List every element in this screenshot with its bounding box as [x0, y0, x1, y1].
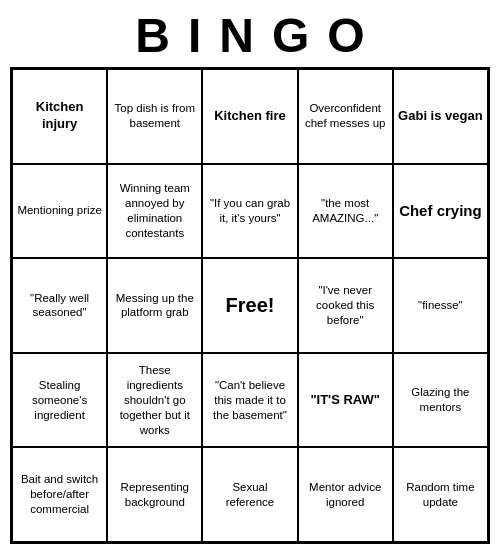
- bingo-cell-r4c0[interactable]: Bait and switch before/after commercial: [12, 447, 107, 542]
- title-text: BINGO: [117, 8, 382, 63]
- bingo-cell-r3c2[interactable]: "Can't believe this made it to the basem…: [202, 353, 297, 448]
- bingo-cell-r3c3[interactable]: "IT'S RAW": [298, 353, 393, 448]
- bingo-cell-r4c4[interactable]: Random time update: [393, 447, 488, 542]
- bingo-cell-r3c1[interactable]: These ingredients shouldn't go together …: [107, 353, 202, 448]
- bingo-cell-r2c3[interactable]: "I've never cooked this before": [298, 258, 393, 353]
- bingo-grid: Kitchen injuryTop dish is from basementK…: [10, 67, 490, 544]
- bingo-cell-r2c0[interactable]: "Really well seasoned": [12, 258, 107, 353]
- bingo-cell-r0c3[interactable]: Overconfident chef messes up: [298, 69, 393, 164]
- bingo-cell-r1c1[interactable]: Winning team annoyed by elimination cont…: [107, 164, 202, 259]
- bingo-cell-r2c2[interactable]: Free!: [202, 258, 297, 353]
- bingo-cell-r4c3[interactable]: Mentor advice ignored: [298, 447, 393, 542]
- bingo-cell-r1c2[interactable]: "If you can grab it, it's yours": [202, 164, 297, 259]
- bingo-cell-r4c1[interactable]: Representing background: [107, 447, 202, 542]
- bingo-cell-r2c4[interactable]: "finesse": [393, 258, 488, 353]
- bingo-cell-r0c2[interactable]: Kitchen fire: [202, 69, 297, 164]
- bingo-cell-r3c0[interactable]: Stealing someone's ingredient: [12, 353, 107, 448]
- bingo-cell-r1c3[interactable]: "the most AMAZING...": [298, 164, 393, 259]
- bingo-title: BINGO: [0, 0, 500, 67]
- bingo-cell-r0c0[interactable]: Kitchen injury: [12, 69, 107, 164]
- bingo-cell-r4c2[interactable]: Sexual reference: [202, 447, 297, 542]
- bingo-cell-r3c4[interactable]: Glazing the mentors: [393, 353, 488, 448]
- bingo-cell-r1c4[interactable]: Chef crying: [393, 164, 488, 259]
- bingo-cell-r0c4[interactable]: Gabi is vegan: [393, 69, 488, 164]
- bingo-cell-r2c1[interactable]: Messing up the platform grab: [107, 258, 202, 353]
- bingo-cell-r1c0[interactable]: Mentioning prize: [12, 164, 107, 259]
- bingo-cell-r0c1[interactable]: Top dish is from basement: [107, 69, 202, 164]
